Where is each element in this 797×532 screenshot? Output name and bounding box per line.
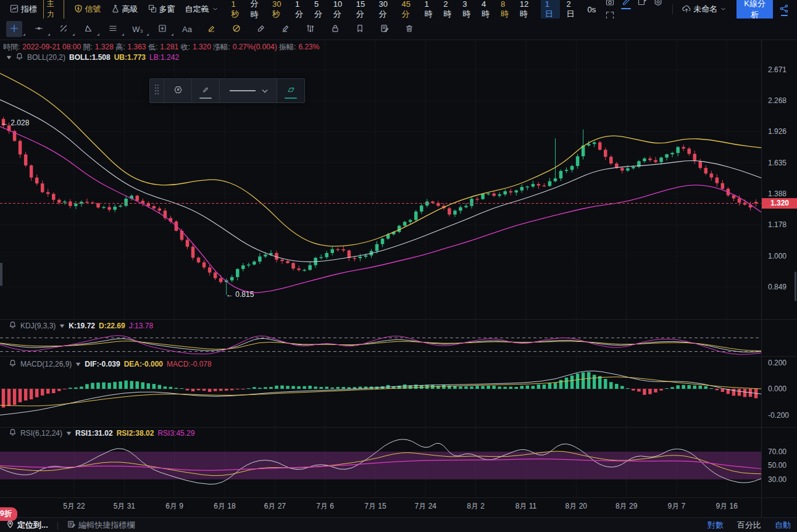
left-edge-strip <box>0 263 2 286</box>
triangle-tool[interactable] <box>80 21 96 37</box>
date-label: 8月 20 <box>565 501 587 512</box>
timeframe-2日[interactable]: 2日 <box>567 0 577 20</box>
main-force-button[interactable]: 主力 <box>43 0 64 21</box>
chevron-down-icon <box>720 5 727 14</box>
layout-save-button[interactable]: 未命名 <box>682 4 727 15</box>
brush-highlight-tool[interactable] <box>204 21 220 37</box>
timeframe-1日[interactable]: 1日 <box>541 0 560 21</box>
kdj-indicator-row: KDJ(9,3,3) ▼ K:19.72 D:22.69 J:13.78 <box>9 321 153 331</box>
fill-style-button[interactable] <box>277 79 304 102</box>
chevron-down-icon[interactable]: ▼ <box>65 430 72 436</box>
timeframe-10分[interactable]: 10分 <box>333 0 348 20</box>
timeframe-3時[interactable]: 3時 <box>462 0 473 20</box>
chevron-down-icon[interactable]: ▼ <box>75 361 82 367</box>
time-axis[interactable]: 5月 225月 316月 96月 186月 277月 67月 157月 248月… <box>0 497 797 516</box>
eraser-tool[interactable] <box>253 21 269 37</box>
add-pane-button[interactable] <box>634 0 650 9</box>
line-style-select[interactable] <box>220 79 277 102</box>
timeframe-12時[interactable]: 12時 <box>520 0 534 20</box>
chart-canvas[interactable] <box>0 0 797 532</box>
divider <box>672 4 673 14</box>
timeframe-1時[interactable]: 1時 <box>424 0 435 20</box>
rsi1-value: RSI1:31.02 <box>75 429 113 438</box>
camera-button[interactable] <box>602 0 618 9</box>
add-pane-icon <box>638 0 646 8</box>
timeframe-1秒[interactable]: 1秒 <box>232 0 242 20</box>
marker-squiggle-tool[interactable] <box>278 21 294 37</box>
signals-button[interactable]: 信號 <box>74 4 101 15</box>
indicators-button[interactable]: 指標 <box>10 4 37 15</box>
date-label: 5月 22 <box>63 501 85 512</box>
custom-button[interactable]: 自定義 <box>185 4 219 15</box>
macd-indicator-row: MACD(12,26,9) ▼ DIF:-0.039 DEA:-0.000 MA… <box>9 359 212 369</box>
alert-bell-icon[interactable] <box>9 428 17 438</box>
timeframe-4時[interactable]: 4時 <box>482 0 492 20</box>
scrollbar-thumb[interactable] <box>795 272 796 301</box>
auto-scale-toggle[interactable]: 自動 <box>775 520 791 531</box>
multi-window-button[interactable]: 多窗 <box>148 4 175 15</box>
share-button[interactable] <box>778 2 791 16</box>
text-tool[interactable]: Aa <box>179 21 195 37</box>
box-plus-tool-icon <box>158 24 167 35</box>
locate-label: 定位到... <box>17 520 48 531</box>
timeframe-15分[interactable]: 15分 <box>356 0 370 20</box>
macd-name[interactable]: MACD(12,26,9) <box>20 360 72 368</box>
marker-squiggle-tool-icon <box>282 24 290 35</box>
drawing-toolbar: W₃Aa <box>0 19 797 40</box>
bookmark-tool[interactable] <box>352 21 368 37</box>
timeframe-分時[interactable]: 分時 <box>250 0 264 20</box>
locate-button[interactable]: 定位到... <box>6 520 48 531</box>
boll-name[interactable]: BOLL(20,2) <box>27 53 65 62</box>
price-axis[interactable]: 2.6712.2681.9261.6351.3881.1781.0000.849… <box>761 40 797 497</box>
crosshair-tool[interactable] <box>6 21 22 37</box>
multi-window-label: 多窗 <box>159 4 175 15</box>
location-pin-icon <box>6 520 14 530</box>
settings-button[interactable] <box>650 0 666 9</box>
kdj-name[interactable]: KDJ(9,3,3) <box>20 322 56 330</box>
chevron-down-icon <box>262 89 268 93</box>
settings-icon <box>654 0 662 8</box>
horizontal-line-tool[interactable] <box>31 21 47 37</box>
kdj-j-value: J:13.78 <box>129 322 153 330</box>
bookmark-tool-icon <box>356 24 364 35</box>
alert-bell-icon[interactable] <box>15 52 23 62</box>
magnet-tool[interactable] <box>228 21 244 37</box>
line-color-button[interactable] <box>192 79 220 102</box>
rsi3-value: RSI3:45.29 <box>157 429 194 438</box>
advanced-button[interactable]: 高級 <box>111 4 138 15</box>
shape-tool-button[interactable] <box>164 79 192 102</box>
collapse-chevron-icon[interactable]: ▼ <box>5 54 12 60</box>
fib-retracement-tool[interactable] <box>105 21 121 37</box>
trend-line-tool[interactable] <box>56 21 72 37</box>
alert-bell-icon[interactable] <box>9 359 17 369</box>
timeframe-group: 1秒分時30秒1分5分10分15分30分45分1時2時3時4時8時12時1日2日 <box>227 0 582 21</box>
color-swatch <box>199 98 212 99</box>
timeframe-8時[interactable]: 8時 <box>501 0 511 20</box>
date-label: 6月 27 <box>264 501 286 512</box>
timeframe-2時[interactable]: 2時 <box>443 0 454 20</box>
timeframe-45分[interactable]: 45分 <box>401 0 415 20</box>
box-plus-tool[interactable] <box>154 21 170 37</box>
promo-badge[interactable]: 9折 <box>0 507 17 521</box>
lock-tool[interactable] <box>327 21 343 37</box>
timeframe-30分[interactable]: 30分 <box>379 0 393 20</box>
timeframe-30秒[interactable]: 30秒 <box>272 0 286 20</box>
time-label: 時間: <box>3 43 20 51</box>
edit-shortcuts-button[interactable]: 編輯快捷指標欄 <box>67 520 135 531</box>
elliott-wave-tool[interactable]: W₃ <box>130 21 146 37</box>
timeframe-1分[interactable]: 1分 <box>295 0 306 20</box>
log-scale-toggle[interactable]: 對數 <box>707 520 724 531</box>
alert-bell-icon[interactable] <box>9 321 17 331</box>
percent-scale-toggle[interactable]: 百分比 <box>737 520 761 531</box>
chevron-down-icon[interactable]: ▼ <box>59 323 66 329</box>
rsi-name[interactable]: RSI(6,12,24) <box>20 429 62 438</box>
form-edit-tool[interactable] <box>377 21 393 37</box>
kdj-k-value: K:19.72 <box>69 322 95 330</box>
draw-pencil-button[interactable] <box>618 0 634 9</box>
axis-tick: 1.635 <box>768 159 787 167</box>
drag-handle[interactable] <box>150 79 164 102</box>
trash-tool[interactable] <box>401 21 417 37</box>
date-label: 6月 18 <box>214 501 235 512</box>
timeframe-5分[interactable]: 5分 <box>314 0 325 20</box>
candle-pattern-tool[interactable] <box>303 21 319 37</box>
